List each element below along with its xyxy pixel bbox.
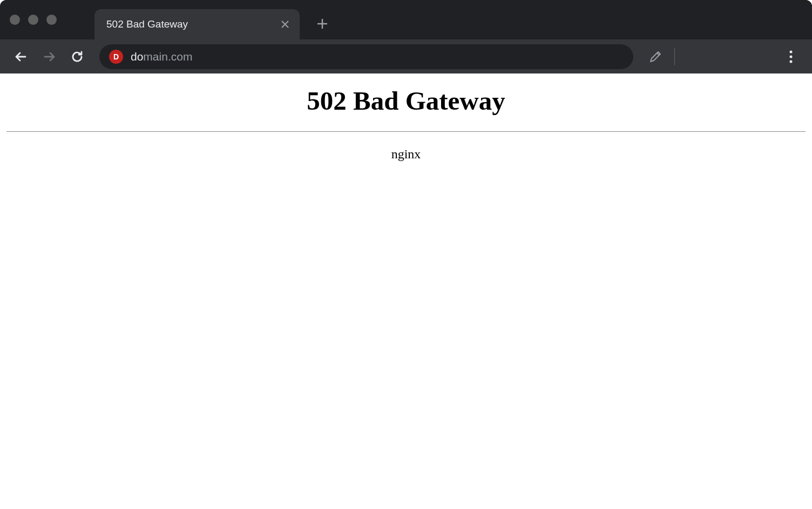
edit-button[interactable] — [644, 45, 667, 68]
page-content: 502 Bad Gateway nginx — [0, 73, 812, 509]
site-favicon-icon: D — [109, 50, 123, 64]
tab-title: 502 Bad Gateway — [106, 18, 273, 30]
server-name: nginx — [6, 147, 806, 162]
plus-icon — [316, 18, 328, 30]
browser-tab[interactable]: 502 Bad Gateway — [94, 9, 300, 39]
toolbar: D domain.com — [0, 39, 812, 73]
new-tab-button[interactable] — [309, 11, 335, 37]
forward-button[interactable] — [38, 45, 60, 68]
toolbar-right-controls — [644, 45, 802, 68]
window-controls — [10, 15, 57, 25]
tab-bar: 502 Bad Gateway — [0, 0, 812, 39]
window-close-button[interactable] — [10, 15, 20, 25]
window-maximize-button[interactable] — [46, 15, 57, 25]
more-vertical-icon — [789, 50, 793, 63]
svg-point-1 — [790, 55, 793, 58]
address-bar[interactable]: D domain.com — [99, 44, 633, 69]
tab-close-button[interactable] — [278, 17, 292, 31]
close-icon — [281, 20, 289, 29]
toolbar-separator — [674, 48, 675, 65]
error-heading: 502 Bad Gateway — [6, 85, 806, 116]
window-minimize-button[interactable] — [28, 15, 38, 25]
reload-button[interactable] — [66, 45, 89, 68]
browser-chrome: 502 Bad Gateway D domain.com — [0, 0, 812, 73]
reload-icon — [70, 49, 85, 64]
browser-menu-button[interactable] — [780, 45, 802, 68]
arrow-right-icon — [42, 49, 57, 64]
svg-point-0 — [790, 50, 793, 53]
divider — [6, 131, 806, 132]
arrow-left-icon — [13, 49, 29, 64]
svg-point-2 — [790, 60, 793, 63]
back-button[interactable] — [10, 45, 32, 68]
pencil-icon — [649, 50, 662, 63]
url-text: domain.com — [131, 50, 192, 63]
